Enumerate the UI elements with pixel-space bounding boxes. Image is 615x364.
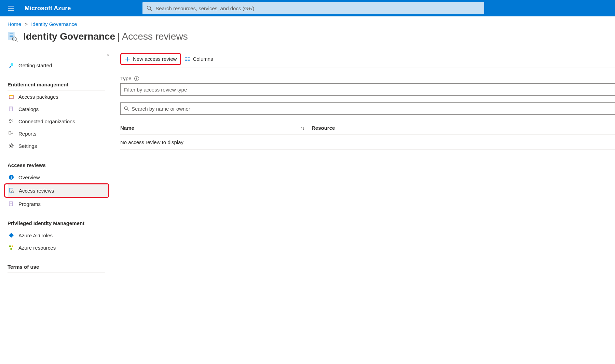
type-label: Type [120, 75, 132, 81]
info-circle-icon[interactable]: i [134, 76, 139, 81]
svg-rect-0 [8, 6, 14, 6]
name-search-input[interactable] [132, 106, 611, 112]
sidebar-item-label: Overview [18, 174, 40, 180]
sidebar-item-azure-ad-roles[interactable]: Azure AD roles [8, 229, 105, 241]
search-icon [124, 106, 129, 111]
sidebar-item-label: Reports [18, 131, 37, 137]
col-header-resource[interactable]: Resource [312, 125, 615, 131]
sidebar-item-azure-resources[interactable]: Azure resources [8, 241, 105, 254]
sidebar-item-label: Catalogs [18, 106, 39, 112]
sidebar-item-reports[interactable]: Reports [8, 127, 105, 140]
sidebar-item-connected-orgs[interactable]: Connected organizations [8, 115, 105, 127]
svg-rect-13 [9, 95, 13, 96]
hamburger-icon [8, 5, 14, 11]
sidebar-item-label: Programs [18, 201, 41, 207]
svg-point-3 [147, 6, 151, 10]
svg-line-27 [13, 147, 13, 148]
sidebar-item-access-packages[interactable]: Access packages [8, 90, 105, 103]
svg-rect-38 [9, 246, 11, 247]
svg-line-28 [10, 147, 10, 148]
sidebar-item-settings[interactable]: Settings [8, 140, 105, 152]
table-body: No access review to display [120, 135, 615, 154]
chevron-double-left-icon: « [107, 52, 109, 58]
sidebar-item-access-reviews[interactable]: Access reviews [8, 184, 108, 197]
review-icon [9, 187, 15, 194]
col-header-name[interactable]: Name ↑↓ [120, 125, 312, 131]
svg-marker-37 [9, 233, 14, 238]
svg-text:i: i [11, 175, 12, 179]
sidebar-item-getting-started[interactable]: Getting started [8, 59, 105, 71]
svg-point-11 [11, 63, 13, 66]
sidebar-item-label: Getting started [18, 62, 52, 68]
main-content: New access review Columns Type i Name ↑↓… [113, 49, 615, 273]
breadcrumb-sep: > [25, 21, 28, 27]
svg-rect-19 [9, 131, 11, 134]
toolbar-label: Columns [193, 56, 213, 62]
breadcrumb-identity-governance[interactable]: Identity Governance [31, 21, 77, 27]
sort-icon: ↑↓ [300, 125, 305, 131]
sidebar-item-programs[interactable]: Programs [8, 198, 105, 210]
gear-icon [8, 143, 14, 149]
svg-line-34 [14, 193, 15, 194]
sidebar-item-overview[interactable]: i Overview [8, 171, 105, 183]
sidebar-item-label: Connected organizations [18, 118, 75, 124]
svg-point-17 [10, 120, 11, 121]
table-header: Name ↑↓ Resource [120, 122, 615, 135]
package-icon [8, 94, 14, 100]
columns-icon [184, 56, 190, 62]
svg-rect-5 [8, 32, 14, 40]
sidebar-section-pim: Privileged Identity Management [8, 216, 105, 229]
svg-rect-1 [8, 8, 14, 9]
type-filter-label-row: Type i [120, 75, 615, 81]
svg-point-49 [124, 107, 127, 110]
page-title-main: Identity Governance [23, 31, 115, 42]
global-search-input[interactable] [155, 5, 480, 11]
svg-line-4 [150, 9, 152, 11]
brand-link[interactable]: Microsoft Azure [19, 5, 84, 12]
svg-rect-20 [11, 131, 13, 134]
global-search[interactable] [142, 2, 484, 14]
name-search-box[interactable] [120, 102, 615, 115]
type-filter-input[interactable] [120, 83, 615, 96]
breadcrumb: Home > Identity Governance [0, 16, 615, 30]
page-title-sub: | Access reviews [117, 31, 188, 42]
svg-point-18 [12, 120, 13, 121]
new-access-review-button[interactable]: New access review [120, 53, 181, 65]
sidebar-section-terms-of-use: Terms of use [8, 260, 105, 273]
columns-button[interactable]: Columns [181, 53, 216, 65]
page-title-row: Identity Governance | Access reviews [0, 30, 615, 49]
sidebar-section-access-reviews: Access reviews [8, 158, 105, 171]
sidebar-collapse[interactable]: « [107, 52, 109, 58]
table-empty-row: No access review to display [120, 139, 615, 150]
hamburger-menu[interactable] [3, 0, 19, 16]
svg-rect-40 [11, 248, 12, 250]
sidebar-item-label: Azure resources [18, 245, 56, 251]
people-icon [8, 118, 14, 124]
toolbar-label: New access review [133, 56, 177, 62]
svg-line-10 [16, 40, 17, 42]
info-icon: i [8, 174, 14, 180]
page-title-icon [8, 31, 18, 42]
sidebar-item-access-reviews-highlight: Access reviews [4, 183, 109, 198]
programs-icon [8, 201, 14, 207]
reports-icon [8, 130, 14, 137]
svg-rect-35 [9, 202, 13, 206]
sidebar-item-label: Azure AD roles [18, 233, 53, 238]
sidebar-item-label: Settings [18, 143, 37, 149]
sidebar-section-entitlement: Entitlement management [8, 78, 105, 90]
top-header: Microsoft Azure [0, 0, 615, 16]
svg-rect-2 [8, 10, 14, 11]
svg-point-21 [10, 145, 12, 147]
rocket-icon [8, 62, 14, 68]
toolbar: New access review Columns [120, 50, 615, 68]
sidebar-item-label: Access packages [18, 94, 58, 100]
breadcrumb-home[interactable]: Home [8, 21, 21, 27]
plus-icon [125, 56, 130, 62]
svg-line-50 [127, 109, 128, 111]
cubes-icon [8, 244, 14, 251]
sidebar: « Getting started Entitlement management… [0, 49, 113, 273]
svg-rect-39 [12, 246, 13, 247]
sidebar-item-label: Access reviews [19, 188, 54, 194]
sidebar-item-catalogs[interactable]: Catalogs [8, 103, 105, 115]
svg-rect-32 [10, 188, 13, 192]
